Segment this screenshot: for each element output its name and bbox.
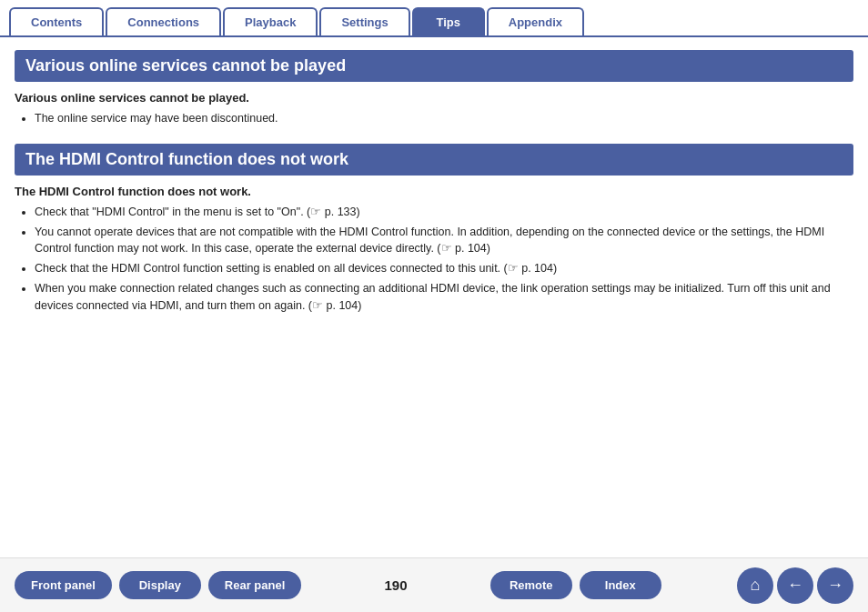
tab-appendix[interactable]: Appendix bbox=[487, 7, 584, 35]
back-icon[interactable]: ← bbox=[777, 567, 813, 604]
list-item: Check that "HDMI Control" in the menu is… bbox=[35, 204, 853, 221]
section-header-hdmi-control: The HDMI Control function does not work bbox=[15, 144, 853, 176]
list-item: The online service may have been discont… bbox=[35, 110, 853, 127]
page-number: 190 bbox=[385, 577, 408, 593]
tab-connections[interactable]: Connections bbox=[106, 7, 221, 35]
bottom-bar: Front panelDisplayRear panel190RemoteInd… bbox=[0, 557, 868, 612]
list-item: Check that the HDMI Control function set… bbox=[35, 260, 853, 277]
tab-playback[interactable]: Playback bbox=[223, 7, 318, 35]
section-hdmi-control: The HDMI Control function does not workT… bbox=[15, 144, 853, 315]
tab-tips[interactable]: Tips bbox=[412, 7, 485, 35]
home-icon[interactable]: ⌂ bbox=[737, 567, 773, 604]
remote-button[interactable]: Remote bbox=[490, 571, 572, 599]
bottom-icon-group: ⌂←→ bbox=[737, 567, 853, 604]
section-header-online-services: Various online services cannot be played bbox=[15, 50, 853, 82]
section-online-services: Various online services cannot be played… bbox=[15, 50, 853, 127]
index-button[interactable]: Index bbox=[580, 571, 661, 599]
bullet-list-online-services: The online service may have been discont… bbox=[15, 110, 853, 127]
bullet-list-hdmi-control: Check that "HDMI Control" in the menu is… bbox=[15, 204, 853, 315]
display-button[interactable]: Display bbox=[119, 571, 201, 599]
list-item: When you make connection related changes… bbox=[35, 280, 853, 315]
list-item: You cannot operate devices that are not … bbox=[35, 224, 853, 258]
rear-panel-button[interactable]: Rear panel bbox=[208, 571, 301, 599]
bottom-nav-left: Front panelDisplayRear panel bbox=[15, 571, 301, 599]
subsection-title-hdmi-control: The HDMI Control function does not work. bbox=[15, 185, 853, 198]
tab-contents[interactable]: Contents bbox=[9, 7, 104, 35]
main-content: Various online services cannot be played… bbox=[0, 37, 868, 339]
tabs-bar: ContentsConnectionsPlaybackSettingsTipsA… bbox=[0, 0, 868, 37]
front-panel-button[interactable]: Front panel bbox=[15, 571, 112, 599]
forward-icon[interactable]: → bbox=[817, 567, 853, 604]
bottom-nav-middle: RemoteIndex bbox=[490, 571, 661, 599]
tab-settings[interactable]: Settings bbox=[319, 7, 409, 35]
subsection-title-online-services: Various online services cannot be played… bbox=[15, 91, 853, 105]
